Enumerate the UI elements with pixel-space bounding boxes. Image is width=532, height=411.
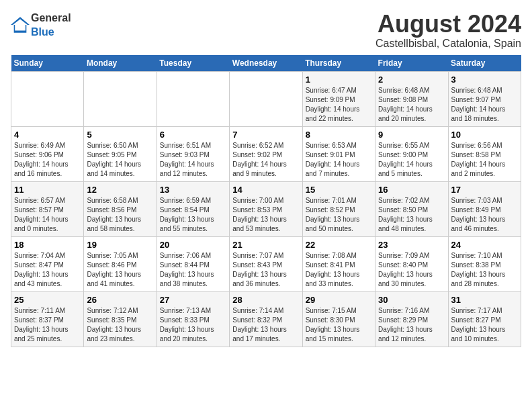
day-info: Sunrise: 6:51 AM Sunset: 9:03 PM Dayligh… [160,141,226,179]
weekday-header-sunday: Sunday [11,55,84,72]
day-info: Sunrise: 6:55 AM Sunset: 9:00 PM Dayligh… [378,141,445,179]
calendar-cell: 27Sunrise: 7:13 AM Sunset: 8:33 PM Dayli… [157,291,229,347]
calendar-cell: 17Sunrise: 7:03 AM Sunset: 8:49 PM Dayli… [448,181,521,236]
calendar-cell: 3Sunrise: 6:48 AM Sunset: 9:07 PM Daylig… [448,71,521,126]
day-number: 28 [232,295,299,305]
day-info: Sunrise: 6:58 AM Sunset: 8:56 PM Dayligh… [87,196,153,234]
calendar-cell: 12Sunrise: 6:58 AM Sunset: 8:56 PM Dayli… [84,181,157,236]
day-number: 26 [87,295,153,305]
calendar-cell: 4Sunrise: 6:49 AM Sunset: 9:06 PM Daylig… [11,126,84,181]
calendar-week-2: 4Sunrise: 6:49 AM Sunset: 9:06 PM Daylig… [11,126,521,181]
calendar-cell: 25Sunrise: 7:11 AM Sunset: 8:37 PM Dayli… [11,291,84,347]
weekday-header-tuesday: Tuesday [157,55,229,72]
calendar-cell: 6Sunrise: 6:51 AM Sunset: 9:03 PM Daylig… [157,126,229,181]
day-info: Sunrise: 7:05 AM Sunset: 8:46 PM Dayligh… [87,251,153,289]
calendar-cell: 29Sunrise: 7:15 AM Sunset: 8:30 PM Dayli… [302,291,375,347]
calendar-cell: 10Sunrise: 6:56 AM Sunset: 8:58 PM Dayli… [448,126,521,181]
calendar-body: 1Sunrise: 6:47 AM Sunset: 9:09 PM Daylig… [11,71,521,347]
calendar-cell: 8Sunrise: 6:53 AM Sunset: 9:01 PM Daylig… [302,126,375,181]
day-info: Sunrise: 7:16 AM Sunset: 8:29 PM Dayligh… [378,306,445,344]
day-number: 9 [378,130,445,140]
day-number: 22 [306,240,372,250]
calendar-cell: 30Sunrise: 7:16 AM Sunset: 8:29 PM Dayli… [375,291,448,347]
calendar-cell: 23Sunrise: 7:09 AM Sunset: 8:40 PM Dayli… [375,236,448,291]
calendar-week-1: 1Sunrise: 6:47 AM Sunset: 9:09 PM Daylig… [11,71,521,126]
day-info: Sunrise: 7:06 AM Sunset: 8:44 PM Dayligh… [160,251,226,289]
calendar-cell: 21Sunrise: 7:07 AM Sunset: 8:43 PM Dayli… [230,236,302,291]
day-number: 10 [451,130,518,140]
day-number: 29 [306,295,372,305]
day-number: 7 [232,130,299,140]
day-number: 19 [87,240,153,250]
calendar-cell: 18Sunrise: 7:04 AM Sunset: 8:47 PM Dayli… [11,236,84,291]
day-number: 20 [160,240,226,250]
day-number: 3 [451,75,518,85]
day-number: 11 [14,185,81,195]
day-info: Sunrise: 6:56 AM Sunset: 8:58 PM Dayligh… [451,141,518,179]
day-number: 14 [232,185,299,195]
calendar-cell: 28Sunrise: 7:14 AM Sunset: 8:32 PM Dayli… [230,291,302,347]
day-info: Sunrise: 6:47 AM Sunset: 9:09 PM Dayligh… [306,86,372,124]
calendar-cell: 20Sunrise: 7:06 AM Sunset: 8:44 PM Dayli… [157,236,229,291]
calendar-cell [84,71,157,126]
day-number: 18 [14,240,81,250]
day-number: 13 [160,185,226,195]
day-number: 25 [14,295,81,305]
calendar-cell [157,71,229,126]
day-info: Sunrise: 7:10 AM Sunset: 8:38 PM Dayligh… [451,251,518,289]
calendar-cell: 26Sunrise: 7:12 AM Sunset: 8:35 PM Dayli… [84,291,157,347]
calendar-cell: 11Sunrise: 6:57 AM Sunset: 8:57 PM Dayli… [11,181,84,236]
calendar-cell: 31Sunrise: 7:17 AM Sunset: 8:27 PM Dayli… [448,291,521,347]
day-number: 8 [306,130,372,140]
day-info: Sunrise: 7:12 AM Sunset: 8:35 PM Dayligh… [87,306,153,344]
weekday-header-wednesday: Wednesday [230,55,302,72]
day-number: 30 [378,295,445,305]
day-info: Sunrise: 6:48 AM Sunset: 9:08 PM Dayligh… [378,86,445,124]
calendar-cell: 14Sunrise: 7:00 AM Sunset: 8:53 PM Dayli… [230,181,302,236]
calendar-cell: 13Sunrise: 6:59 AM Sunset: 8:54 PM Dayli… [157,181,229,236]
day-info: Sunrise: 6:59 AM Sunset: 8:54 PM Dayligh… [160,196,226,234]
calendar-cell: 19Sunrise: 7:05 AM Sunset: 8:46 PM Dayli… [84,236,157,291]
day-number: 31 [451,295,518,305]
calendar-week-4: 18Sunrise: 7:04 AM Sunset: 8:47 PM Dayli… [11,236,521,291]
calendar-cell: 9Sunrise: 6:55 AM Sunset: 9:00 PM Daylig… [375,126,448,181]
day-number: 12 [87,185,153,195]
day-info: Sunrise: 6:57 AM Sunset: 8:57 PM Dayligh… [14,196,81,234]
logo-blue-text: Blue [31,26,54,38]
calendar-week-5: 25Sunrise: 7:11 AM Sunset: 8:37 PM Dayli… [11,291,521,347]
day-info: Sunrise: 7:00 AM Sunset: 8:53 PM Dayligh… [232,196,299,234]
day-info: Sunrise: 7:08 AM Sunset: 8:41 PM Dayligh… [306,251,372,289]
calendar-cell [11,71,84,126]
calendar-table: SundayMondayTuesdayWednesdayThursdayFrid… [11,55,521,347]
calendar-cell: 24Sunrise: 7:10 AM Sunset: 8:38 PM Dayli… [448,236,521,291]
calendar-cell: 2Sunrise: 6:48 AM Sunset: 9:08 PM Daylig… [375,71,448,126]
day-info: Sunrise: 7:11 AM Sunset: 8:37 PM Dayligh… [14,306,81,344]
day-number: 21 [232,240,299,250]
calendar-cell: 1Sunrise: 6:47 AM Sunset: 9:09 PM Daylig… [302,71,375,126]
weekday-header-row: SundayMondayTuesdayWednesdayThursdayFrid… [11,55,521,72]
calendar-cell: 22Sunrise: 7:08 AM Sunset: 8:41 PM Dayli… [302,236,375,291]
month-title: August 2024 [375,11,521,38]
calendar-cell: 5Sunrise: 6:50 AM Sunset: 9:05 PM Daylig… [84,126,157,181]
logo-icon [11,17,30,33]
weekday-header-monday: Monday [84,55,157,72]
day-number: 23 [378,240,445,250]
day-info: Sunrise: 6:52 AM Sunset: 9:02 PM Dayligh… [232,141,299,179]
svg-marker-1 [13,19,28,30]
day-info: Sunrise: 7:17 AM Sunset: 8:27 PM Dayligh… [451,306,518,344]
day-number: 24 [451,240,518,250]
day-number: 16 [378,185,445,195]
day-info: Sunrise: 7:04 AM Sunset: 8:47 PM Dayligh… [14,251,81,289]
day-info: Sunrise: 7:01 AM Sunset: 8:52 PM Dayligh… [306,196,372,234]
day-info: Sunrise: 7:13 AM Sunset: 8:33 PM Dayligh… [160,306,226,344]
calendar-cell: 7Sunrise: 6:52 AM Sunset: 9:02 PM Daylig… [230,126,302,181]
day-info: Sunrise: 6:50 AM Sunset: 9:05 PM Dayligh… [87,141,153,179]
location-title: Castellbisbal, Catalonia, Spain [375,38,521,50]
day-info: Sunrise: 7:07 AM Sunset: 8:43 PM Dayligh… [232,251,299,289]
day-info: Sunrise: 7:03 AM Sunset: 8:49 PM Dayligh… [451,196,518,234]
day-number: 17 [451,185,518,195]
calendar-cell [230,71,302,126]
weekday-header-thursday: Thursday [302,55,375,72]
day-info: Sunrise: 7:02 AM Sunset: 8:50 PM Dayligh… [378,196,445,234]
day-info: Sunrise: 7:09 AM Sunset: 8:40 PM Dayligh… [378,251,445,289]
